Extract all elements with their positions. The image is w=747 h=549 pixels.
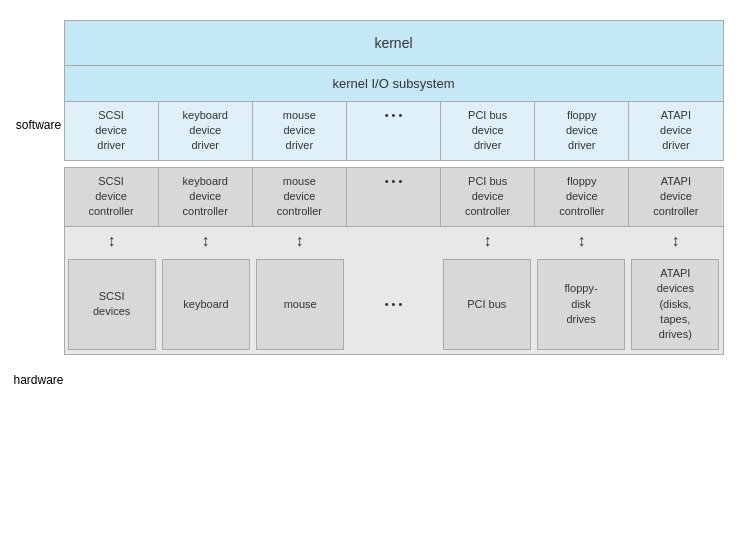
hardware-section: SCSIdevicecontroller keyboarddevicecontr…: [64, 167, 724, 355]
keyboard-controller: keyboarddevicecontroller: [159, 168, 253, 226]
kernel-label: kernel: [374, 35, 412, 51]
atapi-controller: ATAPIdevicecontroller: [629, 168, 722, 226]
kernel-row: kernel: [65, 21, 723, 66]
arrow-mouse: ↕: [253, 227, 347, 255]
side-labels: software hardware: [14, 10, 64, 540]
main-content: kernel kernel I/O subsystem SCSIdevicedr…: [64, 10, 734, 540]
pci-device: PCI bus: [443, 259, 531, 350]
arrow-pci: ↕: [441, 227, 535, 255]
arrow-floppy: ↕: [535, 227, 629, 255]
pci-controller: PCI busdevicecontroller: [441, 168, 535, 226]
ellipsis-driver: • • •: [347, 102, 441, 160]
atapi-driver: ATAPIdevicedriver: [629, 102, 722, 160]
keyboard-device: keyboard: [162, 259, 250, 350]
arrows-row: ↕ ↕ ↕ ↕ ↕ ↕: [65, 227, 723, 255]
scsi-devices: SCSIdevices: [68, 259, 156, 350]
hardware-text: hardware: [13, 373, 63, 387]
keyboard-driver: keyboarddevicedriver: [159, 102, 253, 160]
controllers-row: SCSIdevicecontroller keyboarddevicecontr…: [65, 168, 723, 227]
hardware-label: hardware: [14, 235, 64, 525]
ellipsis-devices: • • •: [350, 259, 436, 350]
arrow-scsi: ↕: [65, 227, 159, 255]
atapi-device: ATAPIdevices(disks,tapes,drives): [631, 259, 719, 350]
drivers-row: SCSIdevicedriver keyboarddevicedriver mo…: [65, 102, 723, 160]
kernel-io-row: kernel I/O subsystem: [65, 66, 723, 102]
arrow-ellipsis: [347, 227, 441, 255]
diagram: software hardware kernel kernel I/O subs…: [14, 10, 734, 540]
software-text: software: [16, 118, 61, 132]
mouse-controller: mousedevicecontroller: [253, 168, 347, 226]
mouse-driver: mousedevicedriver: [253, 102, 347, 160]
software-label: software: [14, 25, 64, 225]
floppy-controller: floppydevicecontroller: [535, 168, 629, 226]
pci-driver: PCI busdevicedriver: [441, 102, 535, 160]
ellipsis-controller: • • •: [347, 168, 441, 226]
scsi-controller: SCSIdevicecontroller: [65, 168, 159, 226]
devices-row: SCSIdevices keyboard mouse • • • PCI bus…: [65, 255, 723, 354]
floppy-driver: floppydevicedriver: [535, 102, 629, 160]
kernel-io-label: kernel I/O subsystem: [332, 76, 454, 91]
arrow-atapi: ↕: [629, 227, 723, 255]
arrow-keyboard: ↕: [159, 227, 253, 255]
mouse-device: mouse: [256, 259, 344, 350]
floppy-device: floppy-diskdrives: [537, 259, 625, 350]
software-section: kernel kernel I/O subsystem SCSIdevicedr…: [64, 20, 724, 161]
scsi-driver: SCSIdevicedriver: [65, 102, 159, 160]
